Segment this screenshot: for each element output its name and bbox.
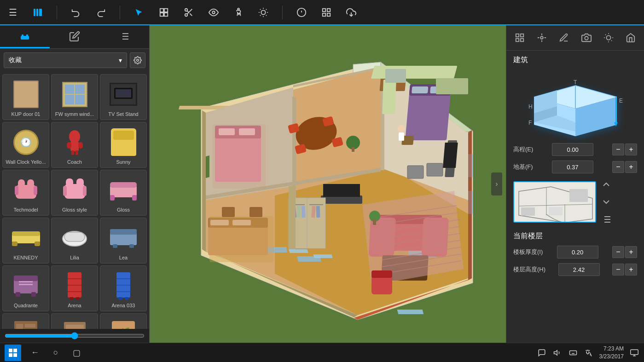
home-icon[interactable] [622, 29, 639, 46]
list-item[interactable]: item16 [2, 313, 49, 329]
svg-rect-81 [19, 284, 33, 285]
category-dropdown[interactable]: 收藏 ▾ [4, 52, 127, 68]
undo-button[interactable] [68, 4, 84, 21]
grid-snap-icon[interactable] [511, 29, 528, 46]
svg-rect-146 [213, 124, 266, 189]
library-button[interactable] [29, 4, 46, 21]
expand-button[interactable]: › [491, 172, 502, 195]
item-thumbnail [105, 127, 142, 157]
sun-button[interactable] [255, 4, 272, 21]
list-item[interactable]: Sunny [100, 122, 147, 168]
ground-decrease[interactable]: − [612, 161, 624, 173]
svg-rect-191 [399, 132, 404, 141]
info-button[interactable] [293, 4, 310, 21]
snap-icon[interactable] [534, 29, 550, 46]
back-button[interactable]: ← [28, 346, 42, 360]
svg-rect-101 [66, 325, 84, 329]
settings-button[interactable] [130, 52, 145, 68]
svg-rect-78 [16, 292, 20, 297]
list-item[interactable]: TV Set Stand [100, 74, 147, 120]
system-clock: 7:23 AM 3/23/2017 [599, 345, 624, 361]
list-item[interactable]: item17 [51, 313, 98, 329]
pencil-icon[interactable] [556, 29, 572, 46]
svg-rect-189 [316, 206, 320, 218]
tab-furniture[interactable] [0, 25, 50, 48]
svg-marker-245 [554, 350, 557, 355]
zoom-slider[interactable] [5, 332, 145, 339]
list-item[interactable]: Quadrante [2, 265, 49, 311]
list-item[interactable]: 🕐 Wall Clock Yello... [2, 122, 49, 168]
speaker-icon[interactable] [552, 348, 563, 358]
main-layout: 收藏 ▾ KUP door 01 FW symm wind... [0, 25, 644, 343]
svg-rect-2 [39, 9, 42, 16]
list-item[interactable]: Lea [100, 218, 147, 264]
list-item[interactable]: 🌿 item18 [100, 313, 147, 329]
floor-plan-canvas[interactable]: › [150, 25, 506, 343]
floor-height-decrease[interactable]: − [612, 264, 624, 276]
notification-icon[interactable] [629, 348, 639, 358]
keyboard-icon[interactable] [568, 348, 578, 358]
svg-rect-179 [222, 207, 235, 217]
floor-height-increase[interactable]: + [625, 264, 637, 276]
list-item[interactable]: Gloss [100, 170, 147, 216]
floor-nav-down[interactable] [600, 195, 613, 208]
svg-rect-68 [12, 241, 17, 246]
lang-icon[interactable] [584, 348, 594, 358]
ground-input[interactable] [552, 161, 593, 173]
floor-height-input[interactable] [558, 263, 600, 276]
brightness-icon[interactable] [600, 29, 617, 46]
list-item[interactable]: FW symm wind... [51, 74, 98, 120]
floor-thickness-decrease[interactable]: − [612, 246, 624, 258]
ground-controls: − + [612, 161, 637, 173]
elevation-input[interactable] [552, 143, 593, 156]
list-item[interactable]: Lilia [51, 218, 98, 264]
rect-button[interactable]: ▢ [70, 346, 83, 360]
svg-rect-87 [76, 297, 80, 300]
svg-rect-133 [352, 147, 354, 152]
view-button[interactable] [318, 4, 335, 21]
floor-thickness-increase[interactable]: + [625, 246, 637, 258]
top-toolbar: ☰ [0, 0, 644, 25]
svg-rect-33 [26, 34, 28, 37]
floor-nav-list[interactable] [600, 213, 613, 226]
redo-button[interactable] [93, 4, 109, 21]
select-button[interactable] [131, 4, 147, 21]
list-item[interactable]: KUP door 01 [2, 74, 49, 120]
list-item[interactable]: KENNEDY [2, 218, 49, 264]
floor-nav-up[interactable] [600, 178, 613, 191]
list-item[interactable]: Techmodel [2, 170, 49, 216]
search-bar: 收藏 ▾ [0, 49, 149, 72]
walk-button[interactable] [230, 4, 247, 21]
scissors-button[interactable] [180, 4, 197, 21]
start-button[interactable] [5, 345, 21, 361]
camera-icon[interactable] [578, 29, 595, 46]
list-item[interactable]: Arena 033 [100, 265, 147, 311]
elevation-decrease[interactable]: − [612, 144, 624, 155]
separator-3 [282, 6, 283, 19]
svg-rect-5 [160, 12, 163, 16]
circle-button[interactable]: ○ [49, 346, 63, 360]
svg-rect-140 [443, 143, 458, 168]
eye-button[interactable] [205, 4, 222, 21]
list-item[interactable]: Arena [51, 265, 98, 311]
svg-line-17 [260, 9, 261, 9]
tab-list[interactable] [99, 25, 149, 48]
ground-increase[interactable]: + [625, 161, 637, 173]
svg-rect-95 [16, 324, 23, 329]
chat-icon[interactable] [537, 348, 547, 358]
elevation-increase[interactable]: + [625, 144, 637, 155]
export-button[interactable] [343, 4, 360, 21]
list-item[interactable]: Gloss style [51, 170, 98, 216]
svg-marker-126 [206, 155, 209, 178]
svg-rect-252 [631, 350, 638, 355]
menu-button[interactable]: ☰ [5, 4, 21, 21]
item-label: Gloss style [62, 207, 87, 213]
item-thumbnail [7, 319, 44, 329]
floor-thickness-input[interactable] [557, 246, 598, 259]
building-section-title: 建筑 [513, 55, 637, 65]
list-item[interactable]: Coach [51, 122, 98, 168]
tab-edit[interactable] [50, 25, 99, 48]
elevation-label: 高程(E) [513, 145, 533, 154]
item-label: FW symm wind... [55, 111, 94, 117]
duplicate-button[interactable] [156, 4, 172, 21]
